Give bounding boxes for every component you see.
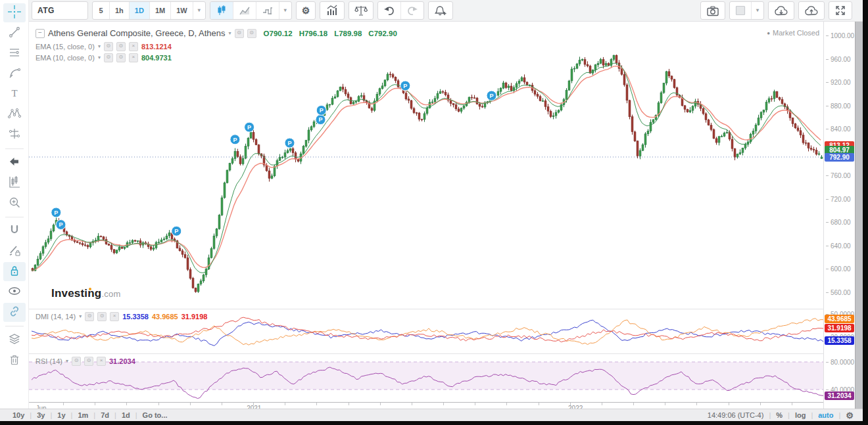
axis-settings-button[interactable]: ⚙ [846, 411, 854, 420]
timeframe-1h[interactable]: 1h [110, 2, 130, 19]
sidebar-gann-fib-tool[interactable] [3, 44, 26, 63]
event-marker[interactable]: P [285, 138, 295, 148]
symbol-input[interactable]: ATG [32, 2, 87, 19]
fullscreen-button[interactable] [829, 2, 852, 19]
rsi-close-button[interactable]: × [97, 357, 106, 366]
timeframe-1W[interactable]: 1W [171, 2, 193, 19]
line-chart-button[interactable] [233, 2, 256, 19]
sidebar-trend-line-tool[interactable] [3, 24, 26, 43]
sidebar-pattern-tool[interactable] [3, 105, 26, 124]
ema10-line[interactable] [32, 63, 821, 273]
collapse-legend-icon[interactable]: − [36, 29, 45, 38]
range-7d[interactable]: 7d [96, 411, 114, 419]
layout-button[interactable] [730, 2, 752, 19]
chevron-down-icon[interactable]: ▾ [98, 55, 101, 60]
undo-button[interactable] [378, 2, 401, 19]
brand-tld: .com [101, 289, 120, 299]
sidebar-stay-drawing-mode[interactable] [3, 242, 26, 261]
trendline-icon [8, 26, 21, 41]
timeframe-dropdown[interactable]: ▾ [193, 2, 205, 19]
settings-button[interactable]: ⚙ [297, 2, 316, 19]
event-marker[interactable]: P [51, 208, 61, 217]
sidebar-magnet-mode[interactable] [3, 221, 26, 240]
sidebar-text-tool[interactable]: T [3, 85, 26, 104]
sidebar-hide-drawings[interactable] [3, 282, 26, 302]
divider: | [787, 411, 790, 419]
chevron-down-icon[interactable]: ▾ [98, 44, 101, 49]
snapshot-button[interactable] [701, 2, 725, 19]
load-chart-button[interactable] [769, 2, 794, 19]
svg-text:P: P [318, 116, 322, 123]
sidebar-remove-drawings[interactable] [3, 351, 26, 370]
chevron-down-icon[interactable]: ▾ [66, 359, 68, 364]
event-marker[interactable]: P [400, 81, 410, 91]
high-value: H796.18 [299, 30, 327, 37]
sidebar-bar-pattern-tool[interactable] [3, 173, 26, 192]
range-3y[interactable]: 3y [32, 411, 49, 419]
ema10-close-button[interactable]: × [129, 53, 138, 62]
compare-button[interactable] [349, 2, 373, 19]
sidebar-cursor-crosshair[interactable] [3, 3, 26, 22]
ema15-line[interactable] [32, 66, 821, 271]
rsi-settings-button[interactable]: ⊙ [84, 357, 93, 366]
event-marker[interactable]: P [487, 91, 496, 101]
chevron-down-icon[interactable]: ▾ [229, 31, 231, 36]
event-marker[interactable]: P [316, 105, 326, 115]
sidebar-object-tree[interactable] [3, 330, 26, 349]
dmi-eye-button[interactable]: ⊙ [85, 312, 94, 321]
event-marker[interactable]: P [172, 226, 181, 236]
rsi-pane-canvas[interactable] [29, 354, 823, 402]
price-tick: 640.00 [826, 242, 851, 250]
redo-button[interactable] [401, 2, 423, 19]
clock[interactable]: 14:49:06 (UTC-4) [708, 411, 764, 419]
range-1y[interactable]: 1y [53, 411, 70, 419]
event-marker[interactable]: P [245, 122, 254, 132]
event-marker[interactable]: P [56, 220, 66, 230]
price-tick: 1000.00 [826, 32, 854, 39]
timeframe-1D[interactable]: 1D [130, 2, 150, 19]
range-1d[interactable]: 1d [117, 411, 135, 419]
timeframe-5[interactable]: 5 [93, 2, 110, 19]
step-chart-button[interactable] [256, 2, 279, 19]
goto-button[interactable]: Go to... [138, 411, 172, 419]
price-axis[interactable]: 1000.00960.00920.00880.00840.00760.00720… [823, 22, 855, 414]
ema10-eye-button[interactable]: ⊙ [104, 53, 113, 62]
ema10-value: 804.9731 [141, 54, 172, 62]
pane-divider[interactable] [29, 353, 855, 354]
dmi-close-button[interactable]: × [110, 312, 119, 321]
ema15-settings-button[interactable]: ⊙ [116, 42, 126, 51]
range-1m[interactable]: 1m [73, 411, 93, 419]
save-chart-button[interactable] [799, 2, 824, 19]
ema15-eye-button[interactable]: ⊙ [104, 42, 113, 51]
chevron-down-icon[interactable]: ▾ [79, 314, 82, 319]
sidebar-zoom-in-tool[interactable] [3, 194, 26, 213]
chart-type-dropdown[interactable]: ▾ [279, 2, 291, 19]
ema10-settings-button[interactable]: ⊙ [116, 53, 126, 62]
sidebar-collapse-toolbar[interactable] [3, 153, 26, 172]
auto-scale-button[interactable]: auto [818, 411, 833, 419]
range-10y[interactable]: 10y [8, 411, 29, 419]
dmi-settings-button[interactable]: ⊙ [97, 312, 107, 321]
sidebar-brush-tool[interactable] [3, 64, 26, 83]
dmi-+di-line[interactable] [32, 320, 823, 346]
sidebar-forecast-tool[interactable] [3, 125, 26, 145]
rsi-eye-button[interactable]: ⊙ [72, 357, 81, 366]
percent-scale-button[interactable]: % [776, 411, 783, 419]
sidebar-sync-drawings[interactable] [3, 303, 26, 322]
main-chart-canvas[interactable]: PPPPPPPPPP [29, 22, 823, 309]
legend-settings-button[interactable]: ⊙ [247, 29, 256, 38]
layout-dropdown[interactable]: ▾ [752, 2, 763, 19]
right-scrollbar[interactable] [855, 22, 863, 414]
timeframe-1M[interactable]: 1M [150, 2, 171, 19]
candlestick-chart-button[interactable] [210, 2, 233, 19]
sidebar-lock-drawings[interactable] [3, 262, 26, 281]
event-marker[interactable]: P [316, 115, 326, 125]
log-scale-button[interactable]: log [795, 411, 806, 419]
legend-eye-button[interactable]: ⊙ [235, 29, 244, 38]
ema15-close-button[interactable]: × [129, 42, 138, 51]
event-marker[interactable]: P [230, 135, 240, 145]
indicators-button[interactable] [320, 2, 344, 19]
svg-text:P: P [59, 221, 62, 228]
pane-divider[interactable] [29, 309, 855, 309]
add-alert-button[interactable] [429, 2, 452, 19]
